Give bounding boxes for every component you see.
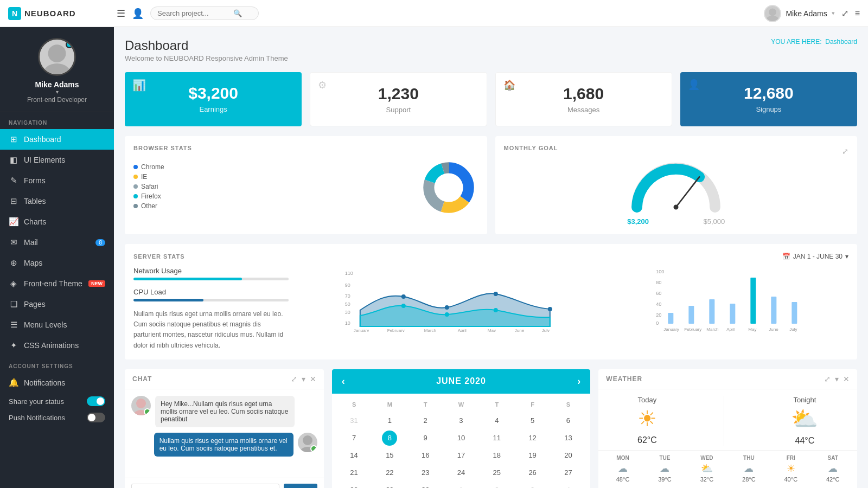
calendar-day[interactable]: 8 bbox=[382, 431, 397, 446]
sidebar-tables-label: Tables bbox=[24, 197, 46, 206]
calendar-day[interactable]: 14 bbox=[347, 448, 362, 463]
calendar-day[interactable]: 23 bbox=[418, 465, 433, 480]
weather-expand-icon[interactable]: ⤢ bbox=[824, 375, 831, 383]
calendar-day[interactable]: 3 bbox=[454, 413, 469, 428]
sidebar-item-forms[interactable]: ✎ Forms bbox=[0, 170, 114, 191]
messages-label: Messages bbox=[567, 106, 599, 114]
date-range-picker[interactable]: 📅 JAN 1 - JUNE 30 ▾ bbox=[782, 253, 848, 260]
calendar-next-button[interactable]: › bbox=[577, 376, 580, 387]
calendar-day[interactable]: 1 bbox=[382, 413, 397, 428]
wd-wed: W bbox=[443, 399, 479, 410]
hamburger-icon[interactable]: ☰ bbox=[117, 8, 125, 20]
user-info[interactable]: Mike Adams ▾ bbox=[764, 5, 834, 22]
safari-dot bbox=[133, 184, 138, 189]
chat-send-button[interactable]: SEND bbox=[284, 484, 317, 488]
calendar-day[interactable]: 24 bbox=[454, 465, 469, 480]
tonight-label: Tonight bbox=[793, 396, 816, 404]
calendar-day[interactable]: 27 bbox=[560, 465, 576, 480]
sidebar-item-notifications[interactable]: 🔔 Notifications bbox=[0, 373, 114, 393]
calendar-day[interactable]: 3 bbox=[525, 483, 540, 488]
calendar-prev-button[interactable]: ‹ bbox=[342, 376, 345, 387]
calendar-day[interactable]: 16 bbox=[418, 448, 433, 463]
calendar-day[interactable]: 1 bbox=[454, 483, 469, 488]
calendar-day[interactable]: 2 bbox=[418, 413, 433, 428]
sidebar-item-dashboard[interactable]: ⊞ Dashboard bbox=[0, 129, 114, 150]
calendar-day[interactable]: 30 bbox=[418, 483, 433, 488]
calendar-day[interactable]: 9 bbox=[418, 431, 433, 446]
tonight-temp: 44°C bbox=[795, 436, 815, 446]
expand-icon[interactable]: ⤢ bbox=[841, 8, 848, 18]
calendar-icon: 📅 bbox=[782, 253, 790, 260]
donut-chart bbox=[419, 158, 478, 217]
calendar-header: ‹ JUNE 2020 › bbox=[332, 369, 591, 394]
share-status-label: Share your status bbox=[9, 397, 81, 406]
calendar-day[interactable]: 12 bbox=[525, 431, 540, 446]
sidebar-item-frontend-theme[interactable]: ◈ Front-end Theme NEW bbox=[0, 273, 114, 294]
forecast-weather-icon: ☁ bbox=[744, 463, 754, 474]
monthly-goal-expand-icon[interactable]: ⤢ bbox=[842, 147, 848, 156]
calendar-day[interactable]: 10 bbox=[454, 431, 469, 446]
chrome-dot bbox=[133, 165, 138, 169]
svg-text:March: March bbox=[707, 327, 719, 332]
chat-header-actions: ⤢ ▾ ✕ bbox=[291, 375, 316, 383]
sidebar-item-ui-elements[interactable]: ◧ UI Elements bbox=[0, 150, 114, 170]
share-status-toggle[interactable] bbox=[87, 396, 105, 406]
sidebar-menu-label: Menu Levels bbox=[24, 320, 67, 329]
user-profile-icon[interactable]: 👤 bbox=[132, 8, 144, 20]
pages-icon: ❑ bbox=[9, 299, 18, 309]
legend-other: Other bbox=[133, 202, 412, 210]
weather-collapse-icon[interactable]: ▾ bbox=[835, 375, 839, 383]
search-input[interactable] bbox=[157, 9, 233, 17]
calendar-day[interactable]: 4 bbox=[560, 483, 576, 488]
gauge-target: $5,000 bbox=[703, 217, 725, 226]
sidebar-item-pages[interactable]: ❑ Pages bbox=[0, 294, 114, 314]
calendar-day[interactable]: 28 bbox=[347, 483, 362, 488]
calendar-day[interactable]: 5 bbox=[525, 413, 540, 428]
server-stats-header: SERVER STATS 📅 JAN 1 - JUNE 30 ▾ bbox=[133, 253, 848, 260]
weather-close-icon[interactable]: ✕ bbox=[843, 375, 850, 383]
svg-text:90: 90 bbox=[345, 282, 350, 288]
calendar-card: ‹ JUNE 2020 › S M T W T F S 311234567891… bbox=[332, 369, 591, 488]
calendar-day[interactable]: 29 bbox=[382, 483, 397, 488]
avatar-1-img bbox=[131, 396, 151, 415]
chat-collapse-icon[interactable]: ▾ bbox=[302, 375, 305, 383]
calendar-day[interactable]: 18 bbox=[489, 448, 505, 463]
sidebar-item-menu-levels[interactable]: ☰ Menu Levels bbox=[0, 314, 114, 335]
calendar-day[interactable]: 2 bbox=[489, 483, 505, 488]
calendar-day[interactable]: 4 bbox=[489, 413, 505, 428]
push-notifications-toggle[interactable] bbox=[87, 413, 105, 422]
calendar-day[interactable]: 25 bbox=[489, 465, 505, 480]
chat-expand-icon[interactable]: ⤢ bbox=[291, 375, 297, 383]
calendar-day[interactable]: 19 bbox=[525, 448, 540, 463]
calendar-day[interactable]: 21 bbox=[347, 465, 362, 480]
server-left-panel: Network Usage CPU Load Nullam quis risus… bbox=[133, 267, 289, 351]
breadcrumb: YOU ARE HERE: Dashboard bbox=[771, 38, 857, 46]
calendar-day[interactable]: 15 bbox=[382, 448, 397, 463]
calendar-day[interactable]: 11 bbox=[489, 431, 505, 446]
sidebar-frontend-label: Front-end Theme bbox=[24, 279, 82, 288]
svg-text:July: July bbox=[542, 328, 550, 332]
svg-rect-44 bbox=[792, 302, 797, 324]
calendar-day[interactable]: 26 bbox=[525, 465, 540, 480]
topnav-menu-icon[interactable]: ≡ bbox=[855, 9, 860, 18]
calendar-day[interactable]: 22 bbox=[382, 465, 397, 480]
weather-main: Today ☀ 62°C Tonight ⛅ 44°C bbox=[598, 389, 857, 450]
sidebar-item-maps[interactable]: ⊕ Maps bbox=[0, 253, 114, 273]
weather-tonight: Tonight ⛅ 44°C bbox=[791, 396, 818, 446]
firefox-dot bbox=[133, 194, 138, 198]
calendar-day[interactable]: 17 bbox=[454, 448, 469, 463]
chat-header: CHAT ⤢ ▾ ✕ bbox=[125, 369, 324, 389]
sidebar-item-css-animations[interactable]: ✦ CSS Animations bbox=[0, 335, 114, 356]
calendar-day[interactable]: 20 bbox=[560, 448, 576, 463]
svg-point-0 bbox=[769, 8, 776, 16]
calendar-day[interactable]: 7 bbox=[347, 431, 362, 446]
svg-point-2 bbox=[48, 44, 66, 62]
chat-close-icon[interactable]: ✕ bbox=[310, 375, 316, 383]
sidebar-item-charts[interactable]: 📈 Charts bbox=[0, 211, 114, 232]
calendar-day[interactable]: 6 bbox=[560, 413, 576, 428]
calendar-day[interactable]: 13 bbox=[560, 431, 576, 446]
calendar-day[interactable]: 31 bbox=[347, 413, 362, 428]
chat-input[interactable] bbox=[131, 484, 279, 488]
sidebar-item-mail[interactable]: ✉ Mail 8 bbox=[0, 232, 114, 253]
sidebar-item-tables[interactable]: ⊟ Tables bbox=[0, 191, 114, 211]
